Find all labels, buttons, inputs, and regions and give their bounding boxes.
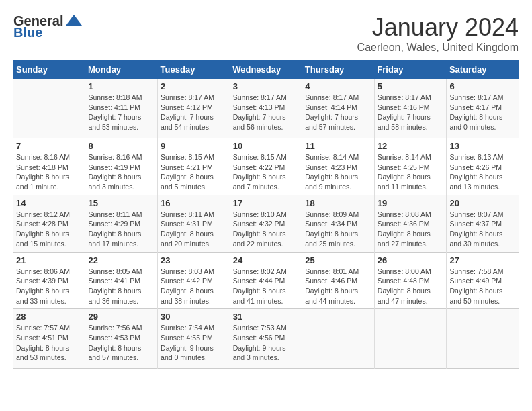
day-number: 21	[16, 255, 82, 265]
day-info: Sunrise: 8:11 AMSunset: 4:31 PMDaylight:…	[161, 210, 227, 249]
calendar-week-row: 14Sunrise: 8:12 AMSunset: 4:28 PMDayligh…	[13, 195, 519, 252]
day-info: Sunrise: 8:16 AMSunset: 4:19 PMDaylight:…	[88, 152, 154, 192]
month-title: January 2024	[357, 13, 519, 42]
day-info: Sunrise: 8:16 AMSunset: 4:18 PMDaylight:…	[16, 152, 82, 192]
day-info: Sunrise: 8:10 AMSunset: 4:32 PMDaylight:…	[233, 210, 300, 249]
day-info: Sunrise: 8:14 AMSunset: 4:25 PMDaylight:…	[378, 152, 444, 192]
calendar-cell: 16Sunrise: 8:11 AMSunset: 4:31 PMDayligh…	[158, 195, 230, 252]
calendar-cell	[374, 309, 447, 369]
calendar-cell: 18Sunrise: 8:09 AMSunset: 4:34 PMDayligh…	[302, 195, 375, 252]
calendar-week-row: 28Sunrise: 7:57 AMSunset: 4:51 PMDayligh…	[13, 309, 519, 369]
calendar-cell: 17Sunrise: 8:10 AMSunset: 4:32 PMDayligh…	[230, 195, 302, 252]
calendar-cell: 1Sunrise: 8:18 AMSunset: 4:11 PMDaylight…	[85, 79, 158, 138]
svg-marker-0	[66, 15, 82, 26]
day-info: Sunrise: 8:17 AMSunset: 4:14 PMDaylight:…	[305, 93, 371, 132]
calendar-cell	[13, 79, 85, 138]
day-info: Sunrise: 7:56 AMSunset: 4:53 PMDaylight:…	[88, 323, 154, 363]
day-number: 25	[305, 255, 371, 265]
day-info: Sunrise: 8:05 AMSunset: 4:41 PMDaylight:…	[88, 267, 154, 306]
calendar-week-row: 7Sunrise: 8:16 AMSunset: 4:18 PMDaylight…	[13, 138, 519, 195]
day-number: 15	[88, 198, 154, 208]
location-subtitle: Caerleon, Wales, United Kingdom	[357, 42, 519, 54]
calendar-cell: 30Sunrise: 7:54 AMSunset: 4:55 PMDayligh…	[158, 309, 230, 369]
calendar-cell: 6Sunrise: 8:17 AMSunset: 4:17 PMDaylight…	[447, 79, 519, 138]
calendar-table: SundayMondayTuesdayWednesdayThursdayFrid…	[13, 60, 519, 369]
day-number: 2	[161, 81, 227, 91]
day-info: Sunrise: 8:11 AMSunset: 4:29 PMDaylight:…	[88, 210, 154, 249]
calendar-cell: 23Sunrise: 8:03 AMSunset: 4:42 PMDayligh…	[158, 252, 230, 309]
calendar-cell: 28Sunrise: 7:57 AMSunset: 4:51 PMDayligh…	[13, 309, 85, 369]
day-header-monday: Monday	[85, 60, 158, 79]
day-number: 1	[88, 81, 154, 91]
day-header-saturday: Saturday	[447, 60, 519, 79]
day-number: 4	[305, 81, 371, 91]
day-info: Sunrise: 7:53 AMSunset: 4:56 PMDaylight:…	[233, 323, 300, 363]
calendar-week-row: 21Sunrise: 8:06 AMSunset: 4:39 PMDayligh…	[13, 252, 519, 309]
day-header-thursday: Thursday	[302, 60, 375, 79]
day-info: Sunrise: 8:14 AMSunset: 4:23 PMDaylight:…	[305, 152, 371, 192]
day-info: Sunrise: 8:18 AMSunset: 4:11 PMDaylight:…	[88, 93, 154, 132]
day-info: Sunrise: 8:12 AMSunset: 4:28 PMDaylight:…	[16, 210, 82, 249]
day-info: Sunrise: 8:00 AMSunset: 4:48 PMDaylight:…	[378, 267, 444, 306]
calendar-cell: 2Sunrise: 8:17 AMSunset: 4:12 PMDaylight…	[158, 79, 230, 138]
day-number: 19	[378, 198, 444, 208]
calendar-cell: 11Sunrise: 8:14 AMSunset: 4:23 PMDayligh…	[302, 138, 375, 195]
calendar-cell: 5Sunrise: 8:17 AMSunset: 4:16 PMDaylight…	[374, 79, 447, 138]
day-number: 22	[88, 255, 154, 265]
calendar-cell: 19Sunrise: 8:08 AMSunset: 4:36 PMDayligh…	[374, 195, 447, 252]
day-header-tuesday: Tuesday	[158, 60, 230, 79]
day-info: Sunrise: 8:03 AMSunset: 4:42 PMDaylight:…	[161, 267, 227, 306]
calendar-cell: 15Sunrise: 8:11 AMSunset: 4:29 PMDayligh…	[85, 195, 158, 252]
calendar-cell: 13Sunrise: 8:13 AMSunset: 4:26 PMDayligh…	[447, 138, 519, 195]
calendar-cell: 4Sunrise: 8:17 AMSunset: 4:14 PMDaylight…	[302, 79, 375, 138]
day-info: Sunrise: 8:17 AMSunset: 4:12 PMDaylight:…	[161, 93, 227, 132]
day-header-wednesday: Wednesday	[230, 60, 302, 79]
day-number: 30	[161, 312, 227, 322]
day-number: 28	[16, 312, 82, 322]
day-info: Sunrise: 8:07 AMSunset: 4:37 PMDaylight:…	[449, 210, 516, 249]
day-number: 27	[449, 255, 516, 265]
day-header-friday: Friday	[374, 60, 447, 79]
day-info: Sunrise: 8:17 AMSunset: 4:17 PMDaylight:…	[449, 93, 516, 132]
calendar-cell: 21Sunrise: 8:06 AMSunset: 4:39 PMDayligh…	[13, 252, 85, 309]
calendar-cell: 29Sunrise: 7:56 AMSunset: 4:53 PMDayligh…	[85, 309, 158, 369]
day-number: 31	[233, 312, 300, 322]
calendar-cell: 14Sunrise: 8:12 AMSunset: 4:28 PMDayligh…	[13, 195, 85, 252]
day-info: Sunrise: 8:02 AMSunset: 4:44 PMDaylight:…	[233, 267, 300, 306]
day-number: 13	[449, 141, 516, 151]
day-number: 18	[305, 198, 371, 208]
day-number: 26	[378, 255, 444, 265]
day-info: Sunrise: 8:13 AMSunset: 4:26 PMDaylight:…	[449, 152, 516, 192]
day-number: 7	[16, 141, 82, 151]
day-number: 23	[161, 255, 227, 265]
calendar-cell: 31Sunrise: 7:53 AMSunset: 4:56 PMDayligh…	[230, 309, 302, 369]
day-number: 29	[88, 312, 154, 322]
day-info: Sunrise: 8:08 AMSunset: 4:36 PMDaylight:…	[378, 210, 444, 249]
day-info: Sunrise: 8:15 AMSunset: 4:22 PMDaylight:…	[233, 152, 300, 192]
calendar-cell	[447, 309, 519, 369]
day-info: Sunrise: 8:17 AMSunset: 4:13 PMDaylight:…	[233, 93, 300, 132]
calendar-cell: 7Sunrise: 8:16 AMSunset: 4:18 PMDaylight…	[13, 138, 85, 195]
day-info: Sunrise: 8:17 AMSunset: 4:16 PMDaylight:…	[378, 93, 444, 132]
day-info: Sunrise: 8:01 AMSunset: 4:46 PMDaylight:…	[305, 267, 371, 306]
day-info: Sunrise: 7:57 AMSunset: 4:51 PMDaylight:…	[16, 323, 82, 363]
day-header-sunday: Sunday	[13, 60, 85, 79]
logo-blue-text: Blue	[13, 26, 42, 39]
logo-icon	[64, 13, 83, 28]
day-number: 5	[378, 81, 444, 91]
day-info: Sunrise: 7:54 AMSunset: 4:55 PMDaylight:…	[161, 323, 227, 363]
calendar-cell: 22Sunrise: 8:05 AMSunset: 4:41 PMDayligh…	[85, 252, 158, 309]
days-header-row: SundayMondayTuesdayWednesdayThursdayFrid…	[13, 60, 519, 79]
day-number: 14	[16, 198, 82, 208]
calendar-cell: 26Sunrise: 8:00 AMSunset: 4:48 PMDayligh…	[374, 252, 447, 309]
day-info: Sunrise: 8:06 AMSunset: 4:39 PMDaylight:…	[16, 267, 82, 306]
day-number: 3	[233, 81, 300, 91]
day-number: 20	[449, 198, 516, 208]
day-info: Sunrise: 8:09 AMSunset: 4:34 PMDaylight:…	[305, 210, 371, 249]
day-info: Sunrise: 7:58 AMSunset: 4:49 PMDaylight:…	[449, 267, 516, 306]
day-number: 24	[233, 255, 300, 265]
calendar-cell: 25Sunrise: 8:01 AMSunset: 4:46 PMDayligh…	[302, 252, 375, 309]
calendar-cell: 24Sunrise: 8:02 AMSunset: 4:44 PMDayligh…	[230, 252, 302, 309]
day-number: 16	[161, 198, 227, 208]
title-block: January 2024 Caerleon, Wales, United Kin…	[357, 13, 519, 54]
